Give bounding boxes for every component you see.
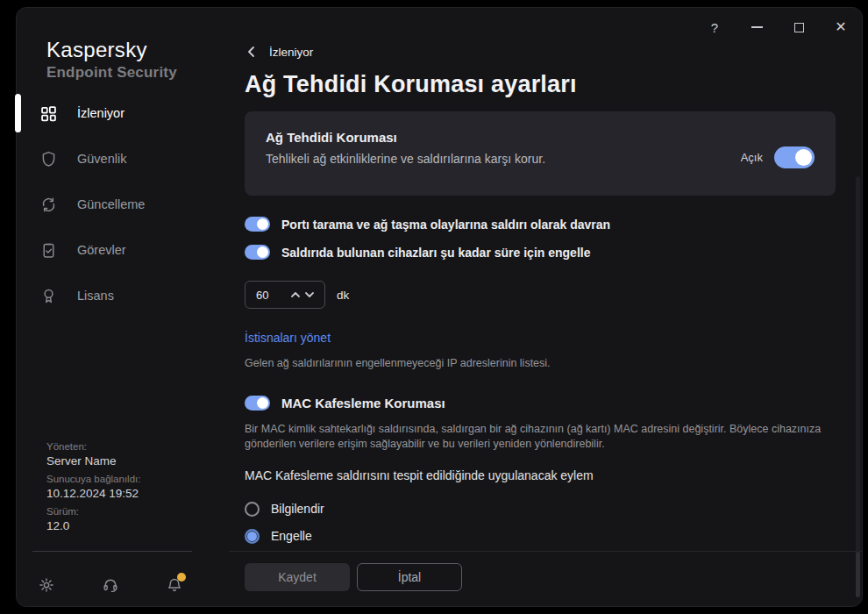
maximize-button[interactable] [786,15,811,39]
feature-description: Tehlikeli ağ etkinliklerine ve saldırıla… [266,152,741,166]
footer-buttons: Kaydet İptal [245,563,462,591]
footer-divider [229,551,862,552]
license-icon [39,287,58,305]
radio-unselected-icon[interactable] [245,502,260,517]
settings-rows: Portı tarama ve ağ taşma olaylarına sald… [245,217,829,555]
feature-toggle[interactable] [774,146,815,168]
sidebar-item-guncelleme[interactable]: Güncelleme [17,182,229,227]
page-title: Ağ Tehdidi Koruması ayarları [245,71,577,98]
app-logo: Kaspersky Endpoint Security [17,8,229,82]
mac-spoofing-label: MAC Kafesleme Koruması [281,396,445,411]
close-icon: ✕ [835,20,846,34]
block-attacker-toggle[interactable] [245,245,270,260]
sidebar-item-label: Lisans [77,289,114,303]
sidebar-item-label: Güvenlik [77,152,126,166]
minimize-icon [751,26,763,28]
stepper-up-button[interactable] [288,288,302,302]
radio-row-engelle[interactable]: Engelle [245,528,829,544]
breadcrumb-link[interactable]: İzleniyor [269,46,313,59]
duration-unit: dk [337,289,349,302]
chevron-up-icon [288,288,302,302]
notification-badge [177,573,186,582]
sidebar-item-label: İzleniyor [77,106,125,120]
settings-button[interactable] [38,576,55,594]
titlebar: ? ✕ [702,15,853,39]
exclusions-hint: Gelen ağ saldırılarının engellenmeyeceği… [245,356,829,371]
headset-icon [102,576,119,594]
radio-row-bilgilendir[interactable]: Bilgilendir [245,501,829,517]
dashboard-icon [39,104,58,123]
cancel-button[interactable]: İptal [357,563,462,591]
managed-by-label: Yöneten: [46,441,140,452]
save-button[interactable]: Kaydet [245,563,350,591]
duration-stepper[interactable]: 60 [245,281,325,309]
sidebar-item-gorevler[interactable]: Görevler [17,227,229,273]
brand-name: Kaspersky [46,38,229,62]
managed-by-value: Server Name [46,454,140,468]
main-content: İzleniyor Ağ Tehdidi Koruması ayarları A… [229,8,862,606]
connected-value: 10.12.2024 19:52 [46,487,140,500]
mac-spoofing-hint: Bir MAC kimlik sahtekarlığı saldırısında… [245,422,829,452]
block-attacker-label: Saldırıda bulunan cihazları şu kadar sür… [281,246,590,260]
sidebar-footer [38,576,183,594]
support-button[interactable] [102,576,119,594]
block-attacker-toggle-row[interactable]: Saldırıda bulunan cihazları şu kadar sür… [245,245,829,260]
radio-selected-icon[interactable] [245,529,260,544]
sidebar-item-izleniyor[interactable]: İzleniyor [17,90,229,136]
sidebar-item-label: Güncelleme [77,197,145,211]
radio-label: Engelle [271,529,312,543]
toggle-knob [795,149,812,166]
scrollbar-thumb[interactable] [856,552,860,597]
sidebar-item-label: Görevler [77,243,126,257]
port-scan-label: Portı tarama ve ağ taşma olaylarına sald… [281,218,610,232]
version-label: Sürüm: [46,506,140,517]
server-info: Yöneten: Server Name Sunucuya bağlanıldı… [46,435,140,532]
mac-action-radios: Bilgilendir Engelle [245,501,829,544]
manage-exclusions-link[interactable]: İstisnaları yönet [245,331,331,345]
block-duration-row: 60 [245,281,829,309]
toggle-state-label: Açık [741,151,763,164]
toggle-knob [257,246,268,258]
refresh-icon [39,196,58,214]
app-window: ? ✕ Kaspersky Endpoint Security [16,7,863,607]
duration-value[interactable]: 60 [256,289,288,302]
sidebar-item-lisans[interactable]: Lisans [17,273,229,318]
notifications-button[interactable] [166,576,183,594]
mac-action-label: MAC Kafesleme saldırısını tespit edildiğ… [245,468,829,482]
version-value: 12.0 [46,519,140,532]
back-button[interactable] [245,45,259,59]
active-indicator [15,94,21,132]
product-name: Endpoint Security [46,64,229,82]
toggle-knob [257,218,268,230]
breadcrumb: İzleniyor [245,45,313,59]
minimize-button[interactable] [744,15,769,39]
port-scan-toggle-row[interactable]: Portı tarama ve ağ taşma olaylarına sald… [245,217,829,232]
chevron-down-icon [302,288,317,302]
toggle-knob [257,397,268,409]
gear-icon [38,576,55,594]
sidebar-nav: İzleniyor Güvenlik [17,90,229,318]
shield-icon [39,150,58,168]
feature-card: Ağ Tehdidi Koruması Tehlikeli ağ etkinli… [245,111,836,196]
close-button[interactable]: ✕ [829,15,853,39]
connected-label: Sunucuya bağlanıldı: [46,474,140,484]
chevron-left-icon [245,45,259,59]
feature-title: Ağ Tehdidi Koruması [266,130,741,145]
tasks-icon [39,241,58,260]
scrollbar[interactable] [856,176,860,597]
maximize-icon [794,23,804,32]
port-scan-toggle[interactable] [245,217,270,232]
sidebar: Kaspersky Endpoint Security İzleniyor [17,8,229,606]
radio-label: Bilgilendir [271,502,324,516]
mac-spoofing-toggle[interactable] [245,396,270,411]
sidebar-item-guvenlik[interactable]: Güvenlik [17,136,229,182]
mac-spoofing-toggle-row[interactable]: MAC Kafesleme Koruması [245,396,829,411]
sidebar-footer-divider [32,551,192,552]
stepper-down-button[interactable] [302,288,317,302]
help-button[interactable]: ? [702,15,727,39]
